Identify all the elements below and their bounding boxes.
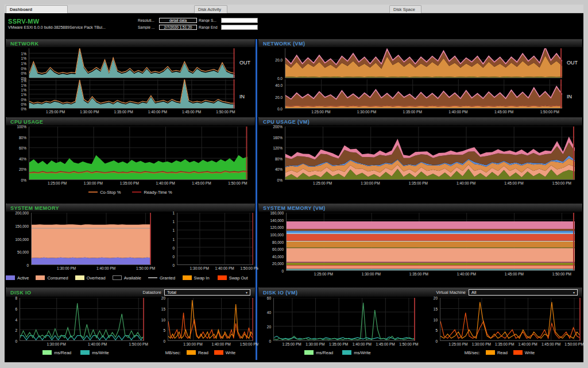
y-tick: 1%: [21, 51, 26, 55]
legend-label: Consumed: [47, 275, 68, 281]
y-tick: 200,000: [16, 211, 29, 215]
legend-swatch: [183, 275, 192, 280]
y-tick: 4: [15, 317, 17, 321]
x-tick: 1:40:00 PM: [156, 181, 175, 185]
panel-title: CPU USAGE: [10, 119, 43, 125]
disk-throughput-legend: MB/sec:ReadWrite: [146, 347, 255, 358]
plot-area: [29, 48, 235, 78]
y-tick: 0%: [21, 107, 26, 111]
x-tick: 1:50:00 PM: [552, 272, 571, 276]
y-tick: 0: [172, 263, 175, 267]
plot-area: [29, 126, 247, 180]
x-tick: 1:35:00 PM: [114, 110, 133, 114]
panel-sysmem-header: SYSTEM MEMORY: [6, 204, 255, 212]
legend-swatch: [218, 275, 227, 280]
x-tick: 1:25:00 PM: [282, 342, 301, 346]
y-tick: 1%: [21, 88, 26, 92]
legend-swatch: [187, 350, 196, 355]
x-tick: 1:45:00 PM: [504, 181, 523, 185]
legend-swatch: [6, 275, 15, 280]
legend-item: Active: [6, 275, 29, 281]
tab-disk-space[interactable]: Disk Space: [389, 5, 421, 13]
legend-item: Consumed: [36, 275, 68, 281]
x-tick: 1:30:00 PM: [57, 266, 76, 270]
legend-item: Write: [513, 350, 535, 355]
panel-cpu: CPU USAGE 100%80%60%40%20%0%1:25:00 PM1:…: [6, 117, 255, 201]
x-tick: 1:50:00 PM: [564, 342, 583, 346]
y-tick: 1: [172, 237, 175, 241]
legend-item: MB/sec:: [165, 350, 181, 355]
x-tick: 1:35:00 PM: [329, 342, 348, 346]
tab-dashboard[interactable]: Dashboard: [6, 5, 68, 13]
y-tick: 0%: [21, 102, 26, 106]
range-start-label: Range S...: [199, 18, 219, 22]
x-tick: 1:45:00 PM: [192, 181, 211, 185]
x-axis: 1:25:00 PM1:30:00 PM1:35:00 PM1:40:00 PM…: [285, 180, 575, 186]
x-axis: 1:30:00 PM1:40:00 PM1:50:00 PM: [20, 341, 144, 347]
disk-throughput-chart: 201510501:30:00 PM1:40:00 PM1:50:00 PM: [154, 297, 255, 347]
legend-label: ms/Read: [316, 350, 333, 355]
legend-label: Co-Stop %: [100, 190, 121, 195]
y-axis: 160,000140,000120,000100,00080,00060,000…: [258, 213, 286, 271]
y-axis: 20.00.0: [258, 48, 285, 78]
plot-area: [177, 213, 253, 265]
disk-vm-latency-legend: ms/Readms/Write: [258, 347, 417, 358]
x-tick: 1:35:00 PM: [120, 181, 139, 185]
y-tick: 10: [161, 317, 165, 321]
datastore-select[interactable]: Total ▾: [164, 289, 250, 296]
plot-area: [286, 213, 575, 271]
range-end-input[interactable]: [221, 25, 258, 30]
header-form: Resoluti... detail data Range S... Sampl…: [138, 17, 258, 30]
legend-item: Swap In: [183, 275, 210, 281]
y-tick: 50,000: [17, 250, 29, 254]
disk-vm-throughput-legend: MB/sec:ReadWrite: [417, 347, 582, 358]
legend-item: Read: [187, 350, 208, 355]
x-tick: 1:30:00 PM: [190, 266, 209, 270]
plot-area: [168, 298, 253, 341]
cpu-legend: Co-Stop %Ready-Time %: [6, 186, 255, 198]
range-start-input[interactable]: [221, 18, 258, 23]
resolution-label: Resoluti...: [138, 18, 157, 22]
range-end-label: Range End: [199, 25, 219, 29]
x-tick: 1:25:00 PM: [314, 272, 333, 276]
x-tick: 1:40:00 PM: [457, 272, 476, 276]
gap: [153, 212, 167, 271]
legend-label: Write: [525, 350, 535, 355]
legend-item: ms/Write: [342, 350, 370, 355]
legend-item: ms/Write: [80, 350, 109, 355]
memory-vm-chart: 160,000140,000120,000100,00080,00060,000…: [258, 212, 577, 277]
x-tick: 1:35:00 PM: [409, 272, 428, 276]
sample-value[interactable]: 2/7/2020 1:51:20: [159, 25, 197, 30]
plot-area: [285, 79, 562, 109]
gap: [146, 297, 154, 347]
y-tick: 8: [15, 296, 17, 300]
legend-label: MB/sec:: [165, 350, 181, 355]
legend-item: Read: [486, 350, 508, 355]
y-tick: 60: [267, 296, 271, 300]
virtual-machine-value: All: [471, 290, 476, 295]
in-label: IN: [237, 78, 255, 115]
x-tick: 1:50:00 PM: [399, 342, 418, 346]
x-tick: 1:45:00 PM: [494, 110, 513, 114]
legend-item: Write: [214, 350, 235, 355]
y-axis: 20151050: [425, 298, 440, 341]
panel-title: DISK IO: [10, 290, 31, 296]
plot-area: [29, 79, 235, 109]
y-tick: 20,000: [272, 262, 284, 266]
y-tick: 1: [172, 220, 175, 224]
tab-disk-activity[interactable]: Disk Activity: [194, 5, 227, 13]
legend-item: ms/Read: [304, 350, 333, 355]
legend-item: Ready-Time %: [132, 190, 172, 195]
y-tick: 40%: [19, 156, 26, 160]
legend-label: Available: [124, 275, 141, 281]
dashboard-window: { "window": { "tabs": [ {"label": "Dashb…: [0, 0, 588, 368]
x-tick: 1:30:00 PM: [80, 110, 99, 114]
chevron-down-icon: ▾: [246, 290, 247, 294]
resolution-value[interactable]: detail data: [159, 18, 197, 23]
x-tick: 1:30:00 PM: [305, 342, 324, 346]
plot-area: [20, 298, 144, 341]
x-tick: 1:50:00 PM: [552, 181, 571, 185]
virtual-machine-select[interactable]: All ▾: [469, 289, 578, 296]
y-tick: 160,000: [270, 211, 284, 215]
y-tick: 0: [269, 339, 271, 343]
